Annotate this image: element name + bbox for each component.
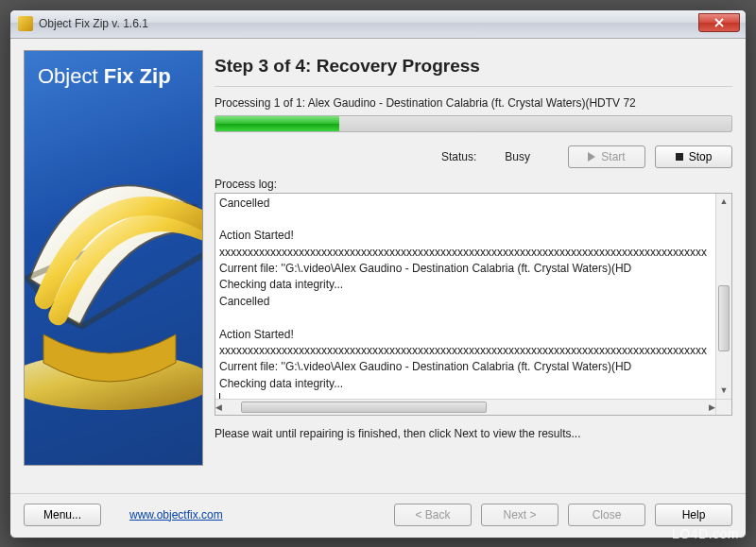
processing-label: Processing 1 of 1: Alex Gaudino - Destin… [215,96,732,110]
start-button: Start [568,145,645,168]
scroll-left-icon[interactable]: ◀ [215,400,222,416]
step-heading: Step 3 of 4: Recovery Progress [215,56,732,77]
sidebar-banner: Object Fix Zip [24,50,203,466]
log-vertical-scrollbar[interactable]: ▲ ▼ [715,194,731,399]
app-icon [18,16,33,31]
scroll-track-v[interactable] [716,210,731,383]
status-label: Status: [441,150,476,163]
app-window: Object Fix Zip v. 1.6.1 Object Fix Zip [9,9,747,538]
menu-button-label: Menu... [43,508,81,521]
next-button-label: Next > [503,508,536,521]
back-button: < Back [394,504,472,526]
sidebar-graphic-icon [24,117,203,429]
log-horizontal-scrollbar[interactable]: ◀ ▶ [215,399,715,415]
scroll-up-icon[interactable]: ▲ [716,194,731,210]
start-button-label: Start [601,150,625,163]
separator [215,86,732,87]
next-button: Next > [481,504,558,526]
scroll-thumb-h[interactable] [241,402,487,413]
scroll-track-h[interactable] [222,400,709,415]
brand-text-bold: Fix Zip [104,64,171,88]
stop-icon [676,153,683,161]
help-button[interactable]: Help [655,504,732,526]
close-window-button[interactable] [698,13,740,32]
body: Object Fix Zip [10,39,746,493]
close-icon [714,18,724,27]
hint-text: Please wait until repairing is finished,… [215,427,732,440]
titlebar[interactable]: Object Fix Zip v. 1.6.1 [10,10,746,39]
scroll-corner [715,399,731,415]
log-box: Cancelled Action Started! xxxxxxxxxxxxxx… [215,193,732,416]
help-button-label: Help [682,508,706,521]
status-value: Busy [505,150,530,163]
progress-fill [215,116,339,131]
footer: Menu... www.objectfix.com < Back Next > … [10,493,746,538]
log-label: Process log: [215,178,732,191]
back-button-label: < Back [415,508,450,521]
scroll-thumb-v[interactable] [718,285,730,351]
close-button: Close [568,504,645,526]
scroll-down-icon[interactable]: ▼ [716,383,731,399]
website-link[interactable]: www.objectfix.com [129,508,223,521]
scroll-right-icon[interactable]: ▶ [709,400,715,416]
brand-text-light: Object [38,64,98,88]
progress-bar [215,115,732,132]
play-icon [588,152,595,162]
close-button-label: Close [593,508,622,521]
stop-button[interactable]: Stop [655,145,732,168]
stop-button-label: Stop [689,150,713,163]
window-title: Object Fix Zip v. 1.6.1 [39,17,148,30]
main-panel: Step 3 of 4: Recovery Progress Processin… [215,50,732,484]
menu-button[interactable]: Menu... [24,504,101,526]
log-content[interactable]: Cancelled Action Started! xxxxxxxxxxxxxx… [215,194,731,399]
